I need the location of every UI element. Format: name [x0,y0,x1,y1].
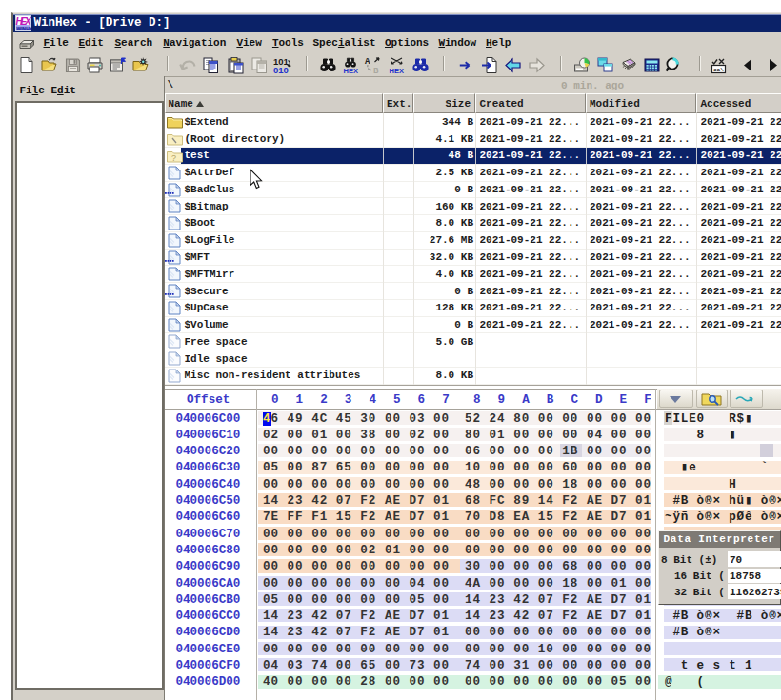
svg-text:B: B [373,66,379,74]
svg-text:?: ? [171,152,176,162]
svg-text:WINHX: WINHX [16,25,31,30]
svg-text:HEX: HEX [344,67,358,74]
svg-text:HEX: HEX [390,67,404,74]
svg-text:ca\: ca\ [713,67,724,73]
svg-text:010: 010 [273,65,289,74]
